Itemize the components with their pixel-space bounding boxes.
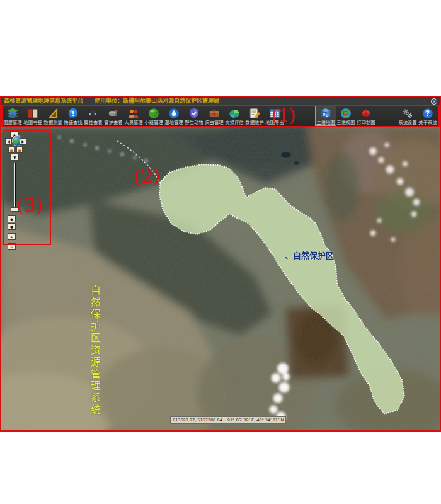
- toolbar-item-map-bookmark[interactable]: 地图书签: [23, 106, 43, 125]
- toolbar-item-wetland-manage[interactable]: 湿地管理: [164, 106, 184, 125]
- minimize-button[interactable]: −: [421, 98, 427, 105]
- system-banner-text: 自然保护区资源管理系统: [88, 285, 101, 416]
- toolbar-item-pest-manage[interactable]: 病虫管理: [204, 106, 224, 125]
- binoculars-icon: [87, 106, 100, 120]
- toolbar-item-wildlife[interactable]: 野生动物: [184, 106, 204, 125]
- toolbar-item-label: 地图书签: [23, 120, 42, 125]
- toolbar-item-data-maintain[interactable]: 数据维护: [244, 106, 265, 125]
- map-navigation-control: ▲ ◀ ▶ ● ● ▼ ◆ ● + −: [4, 130, 31, 253]
- firstaid-icon: [208, 106, 220, 120]
- measure-icon: [47, 106, 59, 120]
- close-button[interactable]: ×: [431, 98, 437, 105]
- toolbar-item-label: 数据维护: [245, 120, 263, 125]
- toolbar-item-label: 关于系统: [418, 120, 437, 125]
- window-title: 森林资源管理地理信息系统平台 使用单位：新疆阿尔泰山两河源自然保护区管理局: [4, 97, 421, 105]
- toolbar-item-label: 小班管理: [144, 120, 163, 125]
- toolbar-item-compartment-manage[interactable]: 小班管理: [144, 106, 164, 125]
- toolbar-item-data-measure[interactable]: 数据测量: [43, 106, 63, 125]
- rotate-right-button[interactable]: ●: [16, 147, 23, 153]
- zoom-slider-thumb[interactable]: [11, 207, 19, 212]
- nav-extra-button-3[interactable]: +: [8, 233, 16, 240]
- toolbar-item-quick-search[interactable]: !快速查找: [63, 106, 83, 125]
- pie-icon: [228, 106, 241, 120]
- toolbar-item-label: 属性查看: [84, 120, 102, 125]
- toolbar-item-map-2d[interactable]: 二维地图: [316, 106, 336, 125]
- brick-icon: [360, 106, 372, 120]
- toolbar-group-functions: 图层管理地图书签数据测量!快速查找属性查看管护查看人员管理小班管理湿地管理野生动…: [3, 106, 285, 125]
- toolbar-item-label: 数据测量: [43, 120, 62, 125]
- toolbar-item-label: 灾损评估: [225, 120, 243, 125]
- toolbar-item-print-map[interactable]: 打印制图: [356, 106, 376, 125]
- coordinate-statusbar: 613693.27, 5167288.04 91° 05′ 39″ E, 48°…: [170, 416, 286, 424]
- toolbar-item-label: 快速查找: [64, 120, 82, 125]
- cube-icon: [319, 106, 332, 120]
- screenshot-stage: 森林资源管理地理信息系统平台 使用单位：新疆阿尔泰山两河源自然保护区管理局 − …: [0, 0, 441, 504]
- toolbar-item-label: 打印制图: [357, 120, 375, 125]
- gis-application-window: 森林资源管理地理信息系统平台 使用单位：新疆阿尔泰山两河源自然保护区管理局 − …: [0, 96, 441, 432]
- toolbar-group-system: 系统设置?关于系统: [398, 106, 438, 125]
- nav-extra-button-2[interactable]: ●: [8, 223, 16, 230]
- globe-icon: [340, 106, 352, 120]
- toolbar-item-label: 地图导出: [265, 120, 284, 125]
- zoom-slider-track: [13, 162, 16, 212]
- satellite-basemap: [1, 127, 440, 430]
- gears-icon: [401, 106, 414, 120]
- main-toolbar: 图层管理地图书签数据测量!快速查找属性查看管护查看人员管理小班管理湿地管理野生动…: [1, 105, 440, 127]
- toolbar-group-views: 二维地图三维视图打印制图: [316, 106, 376, 125]
- toolbar-item-label: 病虫管理: [205, 120, 223, 125]
- toolbar-item-label: 图层管理: [3, 120, 21, 125]
- toolbar-item-system-settings[interactable]: 系统设置: [398, 106, 418, 125]
- toolbar-item-map-export[interactable]: 地图导出: [265, 106, 285, 125]
- mailbox-icon: [107, 106, 120, 120]
- sphere-icon: [147, 106, 160, 120]
- toolbar-item-label: 管护查看: [104, 120, 122, 125]
- help-icon: ?: [421, 106, 434, 120]
- rotate-left-button[interactable]: ●: [8, 147, 14, 153]
- toolbar-item-layer-manage[interactable]: 图层管理: [3, 106, 23, 125]
- book-icon: [26, 106, 39, 120]
- toolbar-item-care-view[interactable]: 管护查看: [103, 106, 123, 125]
- people-icon: [127, 106, 140, 120]
- zoom-slider[interactable]: [12, 162, 18, 212]
- pan-right-button[interactable]: ▶: [20, 138, 26, 145]
- toolbar-item-view-3d[interactable]: 三维视图: [336, 106, 356, 125]
- toolbar-item-about-system[interactable]: ?关于系统: [418, 106, 438, 125]
- layers-icon: [6, 106, 19, 120]
- pan-left-button[interactable]: ◀: [5, 138, 12, 145]
- toolbar-item-attribute-view[interactable]: 属性查看: [83, 106, 103, 125]
- toolbar-item-label: 野生动物: [185, 120, 203, 125]
- toolbar-item-label: 人员管理: [124, 120, 142, 125]
- shield-icon: [188, 106, 200, 120]
- toolbar-item-label: 二维地图: [316, 120, 335, 125]
- pan-down-button[interactable]: ▼: [11, 154, 19, 161]
- nav-extra-button-4[interactable]: −: [8, 243, 16, 250]
- qsearch-icon: !: [67, 106, 79, 120]
- toolbar-item-label: 湿地管理: [164, 120, 183, 125]
- title-bar: 森林资源管理地理信息系统平台 使用单位：新疆阿尔泰山两河源自然保护区管理局 − …: [1, 97, 440, 105]
- toolbar-item-disaster-assess[interactable]: 灾损评估: [224, 106, 244, 125]
- notepad-icon: [248, 106, 261, 120]
- svg-text:!: !: [71, 109, 74, 117]
- nav-extra-button-1[interactable]: ◆: [8, 215, 16, 222]
- toolbar-item-label: 系统设置: [398, 120, 416, 125]
- table-icon: [268, 106, 281, 120]
- drop-icon: [168, 106, 180, 120]
- svg-text:?: ?: [426, 109, 430, 118]
- toolbar-item-label: 三维视图: [336, 120, 355, 125]
- toolbar-item-personnel-manage[interactable]: 人员管理: [123, 106, 144, 125]
- reserve-map-label: 、自然保护区: [285, 249, 334, 261]
- map-canvas[interactable]: 、自然保护区 自然保护区资源管理系统 ▲ ◀ ▶ ● ● ▼ ◆ ● + −: [1, 127, 440, 430]
